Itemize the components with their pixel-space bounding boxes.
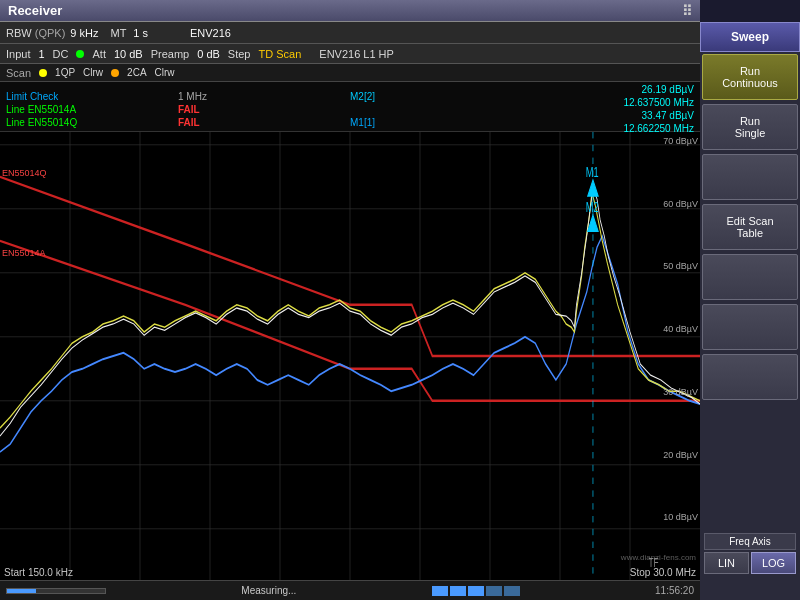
rbw-label: RBW (QPK) 9 kHz	[6, 27, 98, 39]
rbw-text: RBW	[6, 27, 32, 39]
scan-dot-2ca	[111, 69, 119, 77]
m2-freq: 12.637500 MHz	[623, 97, 694, 108]
env-detail: ENV216 L1 HP	[319, 48, 394, 60]
step-label: Step	[228, 48, 251, 60]
preamp-label: Preamp	[151, 48, 190, 60]
prog-seg-3	[468, 586, 484, 596]
timestamp: 11:56:20	[655, 585, 694, 596]
scan-dot-1qp	[39, 69, 47, 77]
chart-area: 70 dBµV 60 dBµV 50 dBµV 40 dBµV 30 dBµV …	[0, 132, 700, 580]
title-bar: Receiver ⠿	[0, 0, 700, 22]
empty-btn-1[interactable]	[702, 154, 798, 200]
progress-segments	[432, 586, 520, 596]
scan-label: Scan	[6, 67, 31, 79]
fail-2-label: FAIL	[178, 117, 350, 128]
grid-icon: ⠿	[682, 3, 692, 19]
fail-1-label: FAIL	[178, 104, 350, 115]
sweep-button[interactable]: Sweep	[700, 22, 800, 52]
marker-values-col: 26.19 dBµV 12.637500 MHz 33.47 dBµV 12.6…	[522, 84, 694, 134]
freq-axis-buttons: LIN LOG	[704, 552, 796, 574]
marker-labels-col: Limit Check Line EN55014A Line EN55014Q	[6, 84, 178, 134]
run-continuous-button[interactable]: Run Continuous	[702, 54, 798, 100]
en55014a-chart-label: EN55014A	[2, 248, 46, 258]
freq-axis-label: Freq Axis	[704, 533, 796, 550]
prog-seg-5	[504, 586, 520, 596]
status-bar: Measuring... 11:56:20	[0, 580, 700, 600]
start-freq-label: Start 150.0 kHz	[4, 567, 73, 578]
scan-bar: Scan 1QP Clrw 2CA Clrw	[0, 64, 700, 82]
y-label-10: 10 dBµV	[663, 512, 698, 522]
prog-seg-1	[432, 586, 448, 596]
att-value: 10 dB	[114, 48, 143, 60]
main-container: RBW (QPK) 9 kHz MT 1 s ENV216 Input 1 DC…	[0, 22, 800, 600]
log-button[interactable]: LOG	[751, 552, 796, 574]
scan-clrw2: Clrw	[155, 67, 175, 78]
empty-btn-2[interactable]	[702, 254, 798, 300]
app-title: Receiver	[8, 3, 62, 18]
scan-2ca: 2CA	[127, 67, 146, 78]
det-label: MT 1 s	[110, 27, 147, 39]
dc-label: DC	[53, 48, 69, 60]
y-label-20: 20 dBµV	[663, 450, 698, 460]
info-bar: RBW (QPK) 9 kHz MT 1 s ENV216	[0, 22, 700, 44]
marker-fail-col: 1 MHz FAIL FAIL	[178, 84, 350, 134]
spectrum-svg: M1 M2 TF	[0, 132, 700, 580]
scan-1qp: 1QP	[55, 67, 75, 78]
en55014q-chart-label: EN55014Q	[2, 168, 47, 178]
preamp-value: 0 dB	[197, 48, 220, 60]
prog-seg-2	[450, 586, 466, 596]
det-value: 1 s	[133, 27, 148, 39]
svg-text:M2: M2	[586, 199, 599, 216]
env-label: ENV216	[190, 27, 231, 39]
stop-freq-label: Stop 30.0 MHz	[630, 567, 696, 578]
y-label-60: 60 dBµV	[663, 199, 698, 209]
empty-btn-3[interactable]	[702, 304, 798, 350]
m2-label: M2[2]	[350, 91, 522, 102]
lin-button[interactable]: LIN	[704, 552, 749, 574]
svg-text:M1: M1	[586, 164, 599, 181]
rbw-type: (QPK)	[35, 27, 66, 39]
line-en55014a-label: Line EN55014A	[6, 104, 178, 115]
empty-btn-4[interactable]	[702, 354, 798, 400]
step-value: TD Scan	[259, 48, 302, 60]
right-panel: Sweep Run Continuous Run Single Edit Sca…	[700, 22, 800, 600]
y-label-70: 70 dBµV	[663, 136, 698, 146]
spectrum-panel: RBW (QPK) 9 kHz MT 1 s ENV216 Input 1 DC…	[0, 22, 700, 600]
prog-seg-4	[486, 586, 502, 596]
freq-ref-label: 1 MHz	[178, 91, 350, 102]
att-label: Att	[92, 48, 105, 60]
y-label-50: 50 dBµV	[663, 261, 698, 271]
det-text: MT	[110, 27, 126, 39]
input-num: 1	[38, 48, 44, 60]
input-bar: Input 1 DC Att 10 dB Preamp 0 dB Step TD…	[0, 44, 700, 64]
dc-indicator	[76, 50, 84, 58]
input-label: Input	[6, 48, 30, 60]
rbw-value: 9 kHz	[70, 27, 98, 39]
markers-area: Limit Check Line EN55014A Line EN55014Q …	[0, 82, 700, 132]
y-label-40: 40 dBµV	[663, 324, 698, 334]
measuring-status: Measuring...	[241, 585, 296, 596]
scan-clrw1: Clrw	[83, 67, 103, 78]
freq-axis-section: Freq Axis LIN LOG	[702, 531, 798, 576]
m1-value: 33.47 dBµV	[642, 110, 694, 121]
m1-label: M1[1]	[350, 117, 522, 128]
watermark: www.dianzi-fens.com	[621, 553, 696, 562]
y-label-30: 30 dBµV	[663, 387, 698, 397]
m2-value: 26.19 dBµV	[642, 84, 694, 95]
run-single-button[interactable]: Run Single	[702, 104, 798, 150]
limit-check-label: Limit Check	[6, 91, 178, 102]
line-en55014q-label: Line EN55014Q	[6, 117, 178, 128]
edit-scan-table-button[interactable]: Edit Scan Table	[702, 204, 798, 250]
marker-m2m1-col: M2[2] - M1[1]	[350, 84, 522, 134]
